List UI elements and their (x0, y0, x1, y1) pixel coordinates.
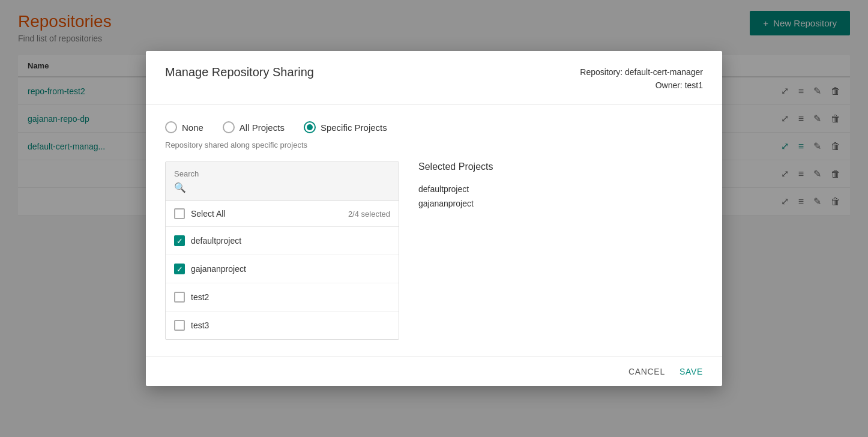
project-label-defaultproject: defaultproject (191, 236, 241, 246)
radio-all-circle (223, 121, 235, 133)
selected-projects-title: Selected Projects (418, 161, 703, 172)
select-all-left: Select All (174, 208, 226, 219)
radio-none-label: None (182, 122, 203, 133)
project-label-test2: test2 (191, 292, 209, 302)
cancel-button[interactable]: CANCEL (628, 367, 665, 376)
owner-label: Owner: test1 (580, 79, 703, 92)
search-input[interactable] (191, 182, 390, 193)
repo-label: Repository: default-cert-manager (580, 65, 703, 79)
project-list-panel: Search 🔍 Select All 2/4 selected (165, 161, 399, 340)
select-all-row[interactable]: Select All 2/4 selected (166, 201, 399, 227)
manage-sharing-modal: Manage Repository Sharing Repository: de… (146, 51, 722, 387)
modal-meta: Repository: default-cert-manager Owner: … (580, 65, 703, 92)
modal-body: None All Projects Specific Projects Repo… (146, 104, 722, 357)
selected-project-gajananproject: gajananproject (418, 196, 703, 211)
radio-all-projects[interactable]: All Projects (223, 121, 285, 133)
project-item-test3[interactable]: test3 (166, 312, 399, 339)
selected-project-defaultproject: defaultproject (418, 182, 703, 196)
modal-overlay: Manage Repository Sharing Repository: de… (0, 0, 868, 437)
sharing-description: Repository shared along specific project… (165, 140, 703, 149)
project-item-test2[interactable]: test2 (166, 283, 399, 312)
radio-specific-label: Specific Projects (321, 122, 387, 133)
select-all-checkbox[interactable] (174, 208, 185, 219)
project-label-gajananproject: gajananproject (191, 264, 246, 274)
save-button[interactable]: SAVE (680, 367, 703, 376)
radio-none[interactable]: None (165, 121, 203, 133)
selected-count: 2/4 selected (348, 209, 390, 218)
project-item-gajananproject[interactable]: ✓ gajananproject (166, 255, 399, 283)
selected-projects-panel: Selected Projects defaultproject gajanan… (418, 161, 703, 340)
modal-header: Manage Repository Sharing Repository: de… (146, 51, 722, 105)
modal-title: Manage Repository Sharing (165, 65, 314, 79)
search-box: Search 🔍 (166, 162, 399, 201)
radio-all-label: All Projects (240, 122, 285, 133)
search-input-row: 🔍 (174, 182, 390, 193)
project-item-defaultproject[interactable]: ✓ defaultproject (166, 227, 399, 255)
project-selection-area: Search 🔍 Select All 2/4 selected (165, 161, 703, 340)
search-icon: 🔍 (174, 182, 186, 193)
checkbox-test3 (174, 320, 185, 331)
radio-specific-circle (304, 121, 316, 133)
select-all-label: Select All (191, 209, 226, 218)
checkbox-gajananproject: ✓ (174, 264, 185, 274)
checkbox-test2 (174, 292, 185, 303)
radio-group: None All Projects Specific Projects (165, 121, 703, 133)
project-label-test3: test3 (191, 321, 209, 330)
radio-none-circle (165, 121, 177, 133)
checkbox-defaultproject: ✓ (174, 235, 185, 246)
search-label: Search (174, 169, 390, 178)
modal-footer: CANCEL SAVE (146, 357, 722, 386)
radio-specific-projects[interactable]: Specific Projects (304, 121, 387, 133)
